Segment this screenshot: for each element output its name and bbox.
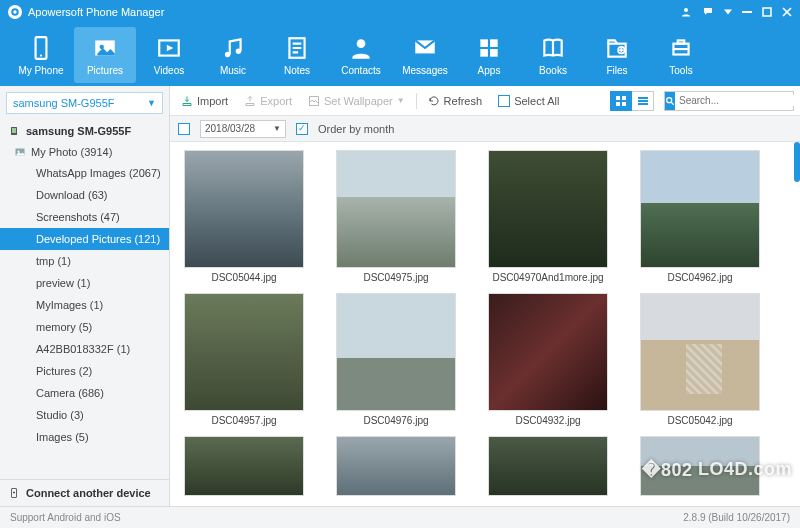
myphone-icon	[28, 35, 54, 61]
nav-videos[interactable]: Videos	[138, 27, 200, 83]
sidebar: samsung SM-G955F ▼ samsung SM-G955F My P…	[0, 86, 170, 506]
folder-item[interactable]: MyImages (1)	[0, 294, 169, 316]
folder-item[interactable]: Pictures (2)	[0, 360, 169, 382]
set-wallpaper-button[interactable]: Set Wallpaper ▼	[303, 92, 410, 110]
select-all-button[interactable]: Select All	[493, 92, 564, 110]
nav-label: Music	[220, 65, 246, 76]
export-button[interactable]: Export	[239, 92, 297, 110]
grid-view-button[interactable]	[610, 91, 632, 111]
thumbnail-item[interactable]: DSC04970And1more.jpg	[482, 150, 614, 283]
notes-icon	[284, 35, 310, 61]
thumbnail-image	[184, 150, 304, 268]
thumbnail-grid: DSC05044.jpgDSC04975.jpgDSC04970And1more…	[178, 150, 794, 496]
thumbnail-item[interactable]	[634, 436, 766, 496]
search-box[interactable]: ×	[664, 91, 794, 111]
account-icon[interactable]	[680, 6, 692, 18]
close-icon[interactable]	[782, 7, 792, 17]
svg-rect-25	[12, 128, 16, 133]
export-icon	[244, 95, 256, 107]
feedback-icon[interactable]	[702, 6, 714, 18]
thumbnail-image	[488, 293, 608, 411]
toolbar: Import Export Set Wallpaper ▼ Refresh Se…	[170, 86, 800, 116]
nav-files[interactable]: Files	[586, 27, 648, 83]
refresh-icon	[428, 95, 440, 107]
vertical-scrollbar[interactable]	[794, 142, 800, 506]
folder-item[interactable]: Studio (3)	[0, 404, 169, 426]
app-title: Apowersoft Phone Manager	[28, 6, 680, 18]
refresh-button[interactable]: Refresh	[423, 92, 488, 110]
thumbnail-caption: DSC04932.jpg	[515, 415, 580, 426]
folder-item[interactable]: Download (63)	[0, 184, 169, 206]
folder-item[interactable]: preview (1)	[0, 272, 169, 294]
folder-item[interactable]: WhatsApp Images (2067)	[0, 162, 169, 184]
thumbnail-item[interactable]: DSC04957.jpg	[178, 293, 310, 426]
nav-music[interactable]: Music	[202, 27, 264, 83]
svg-rect-31	[622, 96, 626, 100]
import-button[interactable]: Import	[176, 92, 233, 110]
thumbnail-item[interactable]: DSC04975.jpg	[330, 150, 462, 283]
chevron-down-icon: ▼	[147, 98, 156, 108]
nav-myphone[interactable]: My Phone	[10, 27, 72, 83]
svg-rect-4	[763, 8, 771, 16]
nav-label: Apps	[478, 65, 501, 76]
folder-item[interactable]: Images (5)	[0, 426, 169, 448]
folder-item[interactable]: A42BB018332F (1)	[0, 338, 169, 360]
status-right: 2.8.9 (Build 10/26/2017)	[683, 512, 790, 523]
order-by-month-checkbox[interactable]	[296, 123, 308, 135]
nav-notes[interactable]: Notes	[266, 27, 328, 83]
thumbnail-item[interactable]: DSC04976.jpg	[330, 293, 462, 426]
nav-tools[interactable]: Tools	[650, 27, 712, 83]
folder-tree: My Photo (3914) WhatsApp Images (2067)Do…	[0, 142, 169, 479]
thumbnail-caption: DSC05044.jpg	[211, 272, 276, 283]
thumbnail-item[interactable]: DSC04932.jpg	[482, 293, 614, 426]
nav-apps[interactable]: Apps	[458, 27, 520, 83]
svg-rect-17	[490, 39, 498, 47]
device-selector[interactable]: samsung SM-G955F ▼	[6, 92, 163, 114]
search-input[interactable]	[675, 95, 800, 106]
thumbnail-item[interactable]	[482, 436, 614, 496]
thumbnail-item[interactable]: DSC05044.jpg	[178, 150, 310, 283]
thumbnail-item[interactable]	[178, 436, 310, 496]
folder-item[interactable]: Developed Pictures (121)	[0, 228, 169, 250]
svg-point-7	[40, 54, 42, 56]
folder-item[interactable]: Screenshots (47)	[0, 206, 169, 228]
folder-item[interactable]: Camera (686)	[0, 382, 169, 404]
nav-books[interactable]: Books	[522, 27, 584, 83]
thumbnail-image	[336, 150, 456, 268]
maximize-icon[interactable]	[762, 7, 772, 17]
android-icon	[8, 125, 20, 137]
thumbnail-image	[184, 293, 304, 411]
thumbnail-image	[336, 436, 456, 496]
thumbnail-item[interactable]: DSC05042.jpg	[634, 293, 766, 426]
folder-item[interactable]: tmp (1)	[0, 250, 169, 272]
thumbnail-caption: DSC04975.jpg	[363, 272, 428, 283]
nav-pictures[interactable]: Pictures	[74, 27, 136, 83]
picture-folder-icon	[14, 146, 26, 158]
nav-label: Tools	[669, 65, 692, 76]
thumbnail-image	[640, 293, 760, 411]
svg-point-37	[667, 97, 672, 102]
date-input[interactable]: 2018/03/28▼	[200, 120, 286, 138]
minimize-icon[interactable]	[742, 7, 752, 17]
thumbnail-item[interactable]	[330, 436, 462, 496]
chevron-down-icon: ▼	[397, 96, 405, 105]
tree-root[interactable]: My Photo (3914)	[0, 142, 169, 162]
thumbnail-image	[488, 150, 608, 268]
status-left: Support Android and iOS	[10, 512, 121, 523]
connect-another-device[interactable]: Connect another device	[0, 479, 169, 506]
tools-icon	[668, 35, 694, 61]
svg-rect-19	[490, 49, 498, 57]
dropdown-icon[interactable]	[724, 8, 732, 16]
nav-contacts[interactable]: Contacts	[330, 27, 392, 83]
folder-item[interactable]: memory (5)	[0, 316, 169, 338]
titlebar: Apowersoft Phone Manager	[0, 0, 800, 24]
nav-label: Files	[606, 65, 627, 76]
list-view-button[interactable]	[632, 91, 654, 111]
nav-messages[interactable]: Messages	[394, 27, 456, 83]
nav-label: My Phone	[18, 65, 63, 76]
thumbnail-image	[336, 293, 456, 411]
svg-point-14	[357, 39, 366, 48]
date-filter-checkbox[interactable]	[178, 123, 190, 135]
svg-point-12	[236, 48, 241, 53]
thumbnail-item[interactable]: DSC04962.jpg	[634, 150, 766, 283]
